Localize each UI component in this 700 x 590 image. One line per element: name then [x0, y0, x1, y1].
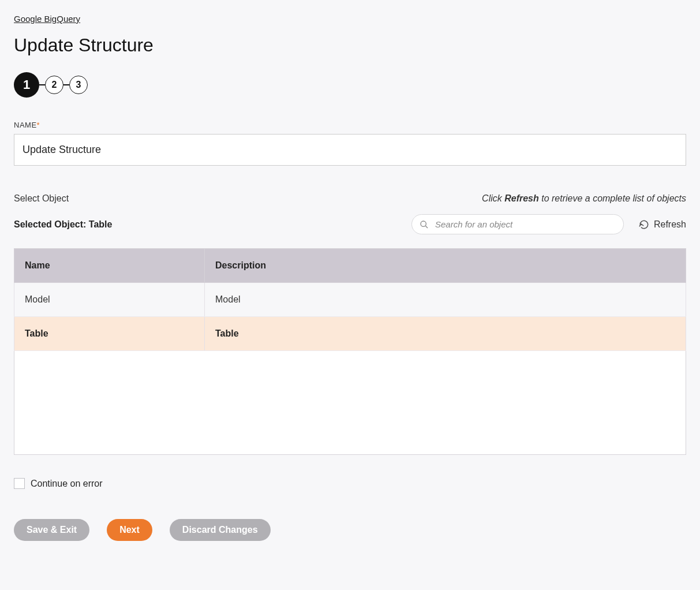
col-header-name: Name [14, 249, 205, 283]
stepper: 1 2 3 [14, 72, 686, 98]
cell-name: Model [14, 283, 205, 317]
breadcrumb-link[interactable]: Google BigQuery [14, 14, 80, 24]
step-connector [39, 84, 45, 85]
step-3[interactable]: 3 [69, 76, 88, 94]
refresh-button[interactable]: Refresh [639, 219, 686, 230]
discard-changes-button[interactable]: Discard Changes [170, 519, 271, 541]
col-header-description: Description [205, 249, 686, 283]
table-empty-area [14, 351, 686, 455]
page-title: Update Structure [14, 35, 686, 56]
step-2[interactable]: 2 [45, 76, 63, 94]
name-label: NAME* [14, 121, 686, 129]
continue-on-error-row[interactable]: Continue on error [14, 478, 686, 489]
required-asterisk: * [37, 121, 40, 129]
continue-on-error-checkbox[interactable] [14, 478, 25, 489]
continue-on-error-label: Continue on error [31, 479, 103, 489]
select-object-label: Select Object [14, 193, 69, 204]
svg-point-0 [421, 221, 426, 226]
cell-desc: Model [205, 283, 686, 317]
step-connector [63, 84, 69, 85]
table-row[interactable]: Model Model [14, 283, 686, 317]
next-button[interactable]: Next [107, 519, 152, 541]
name-input[interactable] [14, 134, 686, 166]
search-input[interactable] [411, 214, 624, 234]
search-wrapper [411, 214, 624, 234]
object-table: Name Description Model Model Table Table [14, 248, 686, 351]
save-exit-button[interactable]: Save & Exit [14, 519, 89, 541]
table-header-row: Name Description [14, 249, 686, 283]
cell-desc: Table [205, 317, 686, 351]
selected-object-label: Selected Object: Table [14, 219, 112, 230]
refresh-hint: Click Refresh to retrieve a complete lis… [482, 193, 686, 204]
table-row[interactable]: Table Table [14, 317, 686, 351]
cell-name: Table [14, 317, 205, 351]
search-icon [420, 220, 429, 229]
action-bar: Save & Exit Next Discard Changes [14, 519, 686, 541]
svg-line-1 [425, 226, 428, 228]
step-1[interactable]: 1 [14, 72, 39, 98]
refresh-icon [639, 219, 649, 230]
